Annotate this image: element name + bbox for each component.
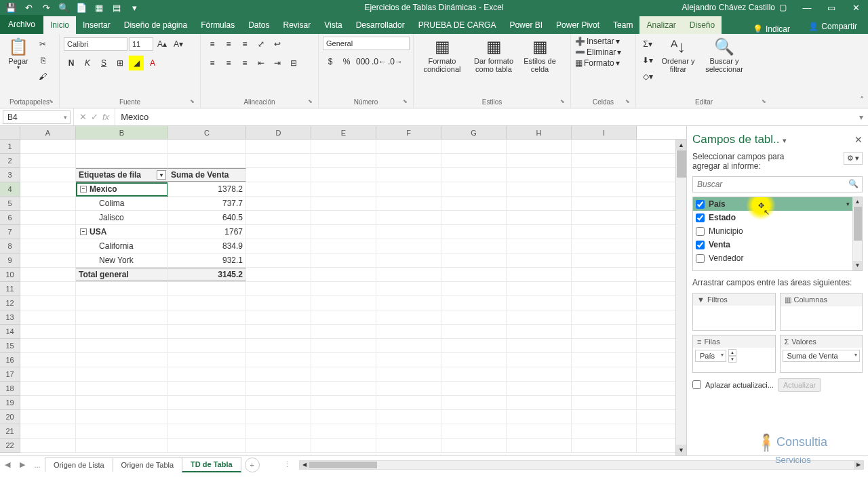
cell-H22[interactable] bbox=[507, 439, 572, 452]
cell-I20[interactable] bbox=[572, 410, 637, 424]
cell-H19[interactable] bbox=[507, 396, 572, 409]
cell-I8[interactable] bbox=[572, 239, 637, 253]
collapse-icon[interactable]: − bbox=[80, 186, 87, 192]
row-header-6[interactable]: 6 bbox=[0, 211, 20, 225]
cell-D14[interactable] bbox=[246, 325, 311, 338]
cell-H3[interactable] bbox=[507, 168, 572, 182]
cell-A4[interactable] bbox=[20, 182, 76, 196]
cell-I16[interactable] bbox=[572, 353, 637, 367]
scroll-down-icon[interactable]: ▼ bbox=[853, 261, 862, 270]
cell-C22[interactable] bbox=[168, 439, 246, 452]
cell-B5[interactable]: Colima bbox=[76, 197, 168, 210]
column-header-B[interactable]: B bbox=[76, 126, 168, 139]
cell-A7[interactable] bbox=[20, 225, 76, 239]
cell-A14[interactable] bbox=[20, 325, 76, 338]
cell-E1[interactable] bbox=[311, 140, 376, 153]
italic-button[interactable]: K bbox=[80, 56, 95, 70]
cell-H20[interactable] bbox=[507, 410, 572, 424]
column-header-H[interactable]: H bbox=[507, 126, 572, 139]
scroll-thumb[interactable] bbox=[309, 462, 377, 468]
cell-F15[interactable] bbox=[376, 339, 441, 352]
row-header-12[interactable]: 12 bbox=[0, 296, 20, 310]
cell-I11[interactable] bbox=[572, 282, 637, 296]
cell-H13[interactable] bbox=[507, 310, 572, 324]
sheet-tab-origen-tabla[interactable]: Origen de Tabla bbox=[113, 458, 182, 472]
cell-I12[interactable] bbox=[572, 296, 637, 310]
filters-area[interactable]: ▼Filtros bbox=[692, 293, 776, 331]
user-account[interactable]: Alejandro Chávez Castillo ▢ bbox=[682, 3, 787, 12]
cell-H17[interactable] bbox=[507, 367, 572, 381]
row-header-20[interactable]: 20 bbox=[0, 410, 20, 424]
cell-H5[interactable] bbox=[507, 197, 572, 210]
field-checkbox[interactable] bbox=[696, 214, 705, 222]
cell-B15[interactable] bbox=[76, 339, 168, 352]
cell-H15[interactable] bbox=[507, 339, 572, 352]
cell-B12[interactable] bbox=[76, 296, 168, 310]
sheet-tab-td-tabla[interactable]: TD de Tabla bbox=[182, 457, 241, 472]
cell-D11[interactable] bbox=[246, 282, 311, 296]
values-area[interactable]: ΣValores Suma de Venta bbox=[780, 335, 863, 373]
cell-B7[interactable]: −USA bbox=[76, 225, 168, 239]
cell-F20[interactable] bbox=[376, 410, 441, 424]
cell-F5[interactable] bbox=[376, 197, 441, 210]
cell-G14[interactable] bbox=[441, 325, 507, 338]
cell-B4[interactable]: −Mexico bbox=[76, 182, 168, 196]
row-header-5[interactable]: 5 bbox=[0, 197, 20, 211]
cell-D22[interactable] bbox=[246, 439, 311, 452]
cell-H10[interactable] bbox=[507, 268, 572, 281]
cell-A16[interactable] bbox=[20, 353, 76, 367]
cell-C12[interactable] bbox=[168, 296, 246, 310]
cell-E16[interactable] bbox=[311, 353, 376, 367]
cell-I7[interactable] bbox=[572, 225, 637, 239]
undo-icon[interactable]: ↶ bbox=[23, 2, 34, 13]
row-header-21[interactable]: 21 bbox=[0, 424, 20, 439]
cell-E10[interactable] bbox=[311, 268, 376, 281]
add-sheet-button[interactable]: + bbox=[245, 458, 260, 472]
cell-E15[interactable] bbox=[311, 339, 376, 352]
cell-E7[interactable] bbox=[311, 225, 376, 239]
cell-C10[interactable]: 3145.2 bbox=[168, 268, 246, 281]
cell-C7[interactable]: 1767 bbox=[168, 225, 246, 239]
align-left-icon[interactable]: ≡ bbox=[205, 56, 220, 70]
cell-E8[interactable] bbox=[311, 239, 376, 253]
row-header-4[interactable]: 4 bbox=[0, 182, 20, 197]
cell-D4[interactable] bbox=[246, 182, 311, 196]
tab-home[interactable]: Inicio bbox=[43, 16, 76, 34]
cell-D10[interactable] bbox=[246, 268, 311, 281]
scroll-right-icon[interactable]: ▶ bbox=[854, 461, 863, 469]
cell-G20[interactable] bbox=[441, 410, 507, 424]
defer-checkbox[interactable] bbox=[692, 380, 701, 389]
row-header-17[interactable]: 17 bbox=[0, 367, 20, 382]
row-filter-button[interactable]: ▾ bbox=[157, 170, 166, 180]
cell-A18[interactable] bbox=[20, 382, 76, 395]
copy-icon[interactable]: ⎘ bbox=[35, 53, 50, 68]
cell-I21[interactable] bbox=[572, 424, 637, 438]
cell-E21[interactable] bbox=[311, 424, 376, 438]
cell-D18[interactable] bbox=[246, 382, 311, 395]
autosum-icon[interactable]: Σ▾ bbox=[640, 37, 655, 52]
fx-icon[interactable]: fx bbox=[102, 112, 109, 122]
scroll-up-icon[interactable]: ▲ bbox=[853, 197, 862, 207]
find-select-button[interactable]: 🔍Buscar y seleccionar bbox=[701, 37, 747, 75]
cell-G5[interactable] bbox=[441, 197, 507, 210]
cell-E3[interactable] bbox=[311, 168, 376, 182]
format-painter-icon[interactable]: 🖌 bbox=[35, 69, 50, 84]
cell-G18[interactable] bbox=[441, 382, 507, 395]
cell-C17[interactable] bbox=[168, 367, 246, 381]
column-header-E[interactable]: E bbox=[311, 126, 376, 139]
cell-H7[interactable] bbox=[507, 225, 572, 239]
cell-A13[interactable] bbox=[20, 310, 76, 324]
align-center-icon[interactable]: ≡ bbox=[221, 56, 236, 70]
rows-reorder[interactable]: ▲▼ bbox=[728, 349, 736, 363]
tab-review[interactable]: Revisar bbox=[277, 16, 318, 34]
cell-E12[interactable] bbox=[311, 296, 376, 310]
cell-H8[interactable] bbox=[507, 239, 572, 253]
cell-C5[interactable]: 737.7 bbox=[168, 197, 246, 210]
cell-I17[interactable] bbox=[572, 367, 637, 381]
redo-icon[interactable]: ↷ bbox=[41, 2, 52, 13]
cell-A19[interactable] bbox=[20, 396, 76, 409]
vertical-scrollbar[interactable]: ▲ ▼ bbox=[675, 140, 686, 455]
row-header-14[interactable]: 14 bbox=[0, 325, 20, 339]
cell-H14[interactable] bbox=[507, 325, 572, 338]
new-file-icon[interactable]: ▦ bbox=[94, 2, 104, 13]
